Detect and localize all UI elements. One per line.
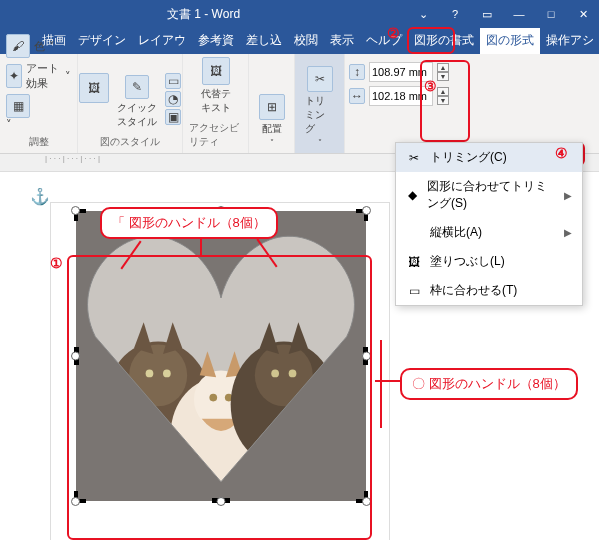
minimize-icon[interactable]: — [503,8,535,21]
size-handle[interactable] [71,352,80,361]
tab-picture-format[interactable]: 図の形式 [480,28,540,54]
chevron-right-icon: ▶ [564,190,572,201]
svg-point-11 [209,394,217,402]
badge-1: ① [50,255,63,271]
alt-text-button[interactable]: 🖼 代替テ キスト [197,55,235,117]
annotation-arrow [380,340,382,428]
menu-trim-to-shape[interactable]: ◆ 図形に合わせてトリミング(S) ▶ [396,172,582,218]
restore-icon[interactable]: ▭ [471,8,503,21]
anchor-icon: ⚓ [30,187,50,206]
tab-mailings[interactable]: 差し込 [240,28,288,54]
style-group-label: 図のスタイル [100,135,160,149]
page[interactable] [50,202,390,540]
badge-2: ② [387,25,400,41]
tab-view[interactable]: 表示 [324,28,360,54]
annotation-arrow [200,236,202,256]
svg-point-17 [271,370,279,378]
selected-picture[interactable] [76,211,366,501]
svg-point-2 [129,344,187,406]
width-icon: ↔ [349,88,365,104]
help-icon[interactable]: ? [439,8,471,21]
height-icon: ↕ [349,64,365,80]
menu-aspect-ratio[interactable]: 縦横比(A) ▶ [396,218,582,247]
tab-shape-format[interactable]: 図形の書式 [408,28,480,54]
svg-point-18 [289,370,297,378]
quick-style-button[interactable]: ✎ クイック スタイル [113,73,161,131]
size-handle[interactable] [362,206,371,215]
badge-3: ③ [424,78,437,94]
window-title: 文書 1 - Word [0,6,407,23]
picture-layout-button[interactable]: ▣ [165,109,181,125]
annotation-arrow [375,380,400,382]
arrange-button[interactable]: ⊞ 配置 ˅ [255,92,289,149]
tab-design[interactable]: デザイン [72,28,132,54]
badge-4: ④ [555,145,568,161]
tab-references[interactable]: 参考資 [192,28,240,54]
trim-button[interactable]: ✂ トリミング ˅ [301,64,338,149]
shapes-icon: ◆ [406,187,419,203]
size-handle[interactable] [71,206,80,215]
size-handle[interactable] [71,497,80,506]
trim-dropdown: ✂ トリミング(C) ◆ 図形に合わせてトリミング(S) ▶ 縦横比(A) ▶ … [395,142,583,306]
picture-border-button[interactable]: ▭ [165,73,181,89]
transparency-button[interactable]: ▦ ˅ [6,94,30,131]
svg-point-14 [255,344,313,406]
tab-tell-me[interactable]: 操作アシ [540,28,599,54]
ribbon-tabs: 挿入 描画 デザイン レイアウ 参考資 差し込 校閲 表示 ヘルプ 図形の書式 … [0,28,599,54]
picture-style-icon[interactable]: 🖼 [79,73,109,103]
svg-point-6 [163,370,171,378]
annotation-circle-handles: 〇 図形のハンドル（8個） [400,368,578,400]
heart-shape-mask [76,211,366,501]
size-handle[interactable] [362,352,371,361]
tab-help[interactable]: ヘルプ [360,28,408,54]
ribbon-collapse-icon[interactable]: ⌄ [407,8,439,21]
ribbon: 🖌色 ˅ ✦アート効果 ˅ ▦ ˅ 調整 🖼 ✎ クイック スタイル ▭ ◔ ▣… [0,54,599,154]
height-spinner[interactable]: ▲▼ [437,63,449,81]
chevron-right-icon: ▶ [564,227,572,238]
size-handle[interactable] [217,497,226,506]
size-handle[interactable] [362,497,371,506]
menu-fill[interactable]: 🖼 塗りつぶし(L) [396,247,582,276]
tab-layout[interactable]: レイアウ [132,28,192,54]
close-icon[interactable]: ✕ [567,8,599,21]
accessibility-group-label: アクセシビリティ [189,121,242,149]
maximize-icon[interactable]: □ [535,8,567,21]
crop-icon: ✂ [406,150,422,166]
art-effect-button[interactable]: ✦アート効果 ˅ [6,61,71,91]
frame-icon: ▭ [406,283,422,299]
picture-effects-button[interactable]: ◔ [165,91,181,107]
picture-icon: 🖼 [406,254,422,270]
color-button[interactable]: 🖌色 ˅ [6,34,55,58]
menu-fit[interactable]: ▭ 枠に合わせる(T) [396,276,582,305]
svg-point-5 [146,370,154,378]
annotation-corner-handles: 「 図形のハンドル（8個） [100,207,278,239]
tab-review[interactable]: 校閲 [288,28,324,54]
adjust-group-label: 調整 [29,135,49,149]
width-spinner[interactable]: ▲▼ [437,87,449,105]
